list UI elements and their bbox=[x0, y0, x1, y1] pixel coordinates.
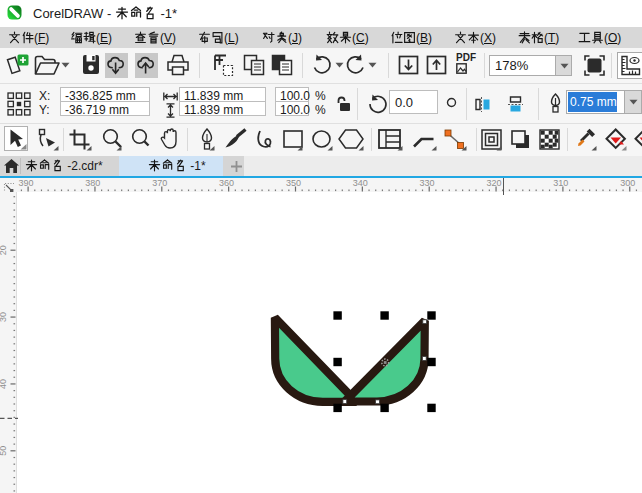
svg-text:360: 360 bbox=[219, 178, 234, 188]
svg-text:380: 380 bbox=[85, 178, 100, 188]
svg-text:330: 330 bbox=[420, 178, 435, 188]
svg-text:30: 30 bbox=[0, 312, 8, 322]
svg-text:350: 350 bbox=[286, 178, 301, 188]
svg-text:310: 310 bbox=[553, 178, 568, 188]
svg-text:20: 20 bbox=[0, 245, 8, 255]
svg-text:390: 390 bbox=[18, 178, 33, 188]
svg-text:40: 40 bbox=[0, 379, 8, 389]
svg-text:50: 50 bbox=[0, 446, 8, 456]
svg-text:300: 300 bbox=[620, 178, 635, 188]
svg-text:340: 340 bbox=[353, 178, 368, 188]
svg-text:370: 370 bbox=[152, 178, 167, 188]
svg-text:320: 320 bbox=[486, 178, 501, 188]
